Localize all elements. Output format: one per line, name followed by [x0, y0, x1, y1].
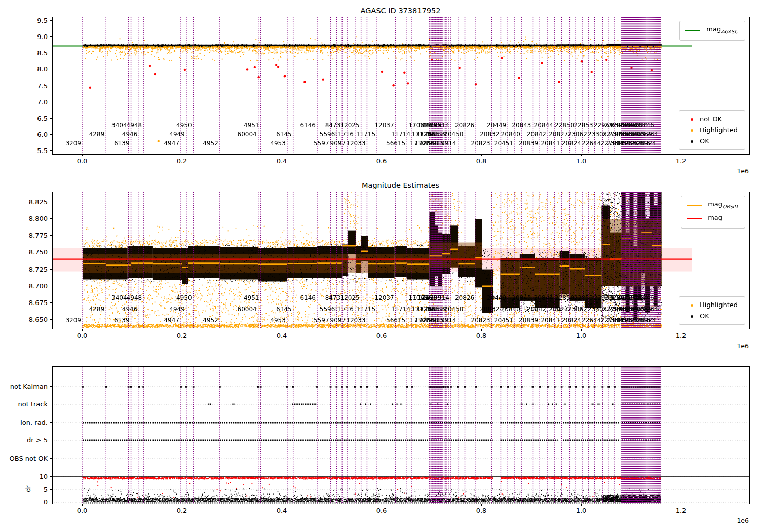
x-tickmark [581, 329, 582, 331]
x-tickmark [82, 329, 83, 331]
legend-entry-mag-agasc: magAGASC [685, 24, 740, 37]
y-tickmark [50, 302, 52, 303]
obsid-label: 11714 [391, 131, 410, 138]
obsid-label: 29234 [638, 131, 658, 138]
obsid-label: 20839 [519, 140, 538, 147]
obsid-label: 20449 [487, 294, 506, 301]
obsid-label: 56615 [386, 140, 405, 147]
highlighted-dot-swatch [691, 304, 693, 307]
x-tickmark [681, 154, 681, 156]
point-status-legend-2: Highlighted OK [679, 296, 745, 325]
x-tickmark [282, 329, 282, 331]
obsid-label: 19914 [437, 317, 457, 324]
obsid-label: 8473 [325, 294, 341, 301]
obsid-label: 5597 [314, 140, 329, 147]
obsid-label: 6139 [114, 140, 130, 147]
legend-entry-ok: OK [685, 136, 740, 147]
x-tickmark [581, 154, 582, 156]
y-tickmark [50, 36, 52, 37]
y-tickmark [50, 319, 52, 320]
obsid-label: 4953 [270, 317, 286, 324]
obsid-label: 20843 [512, 122, 531, 129]
obsid-label: 5596 [320, 306, 335, 313]
obsid-label: 4947 [164, 317, 179, 324]
obsid-label: 4289 [89, 306, 105, 313]
obsid-label: 6145 [276, 131, 292, 138]
obsid-label: 9097 [330, 140, 346, 147]
legend-label: OK [700, 136, 711, 147]
obsid-label: 22853 [574, 294, 593, 301]
obsid-label: 20844 [534, 294, 553, 301]
y-tickmark [50, 386, 52, 387]
y-tick-label: 8.750 [29, 248, 48, 256]
y-tickmark [50, 218, 52, 219]
obsid-label: 20842 [527, 131, 546, 138]
x-tick-label: 1.2 [676, 507, 687, 514]
obsid-label: 6146 [300, 294, 316, 301]
dr-tick-label: 5 [44, 486, 48, 493]
x-tickmark [681, 329, 681, 331]
y-tick-label: 7.0 [37, 98, 48, 105]
flag-row-label: not track [18, 400, 48, 408]
y-tickmark [50, 134, 52, 135]
obsid-label: 28924 [637, 140, 656, 147]
legend-entry-highlighted: Highlighted [685, 299, 740, 311]
obsid-label: 4948 [127, 294, 142, 301]
x-tick-label: 0.6 [376, 332, 387, 339]
x-tickmark [182, 504, 182, 506]
obsid-label: 12025 [340, 122, 359, 129]
flag-row-label: not Kalman [10, 383, 48, 390]
obsid-label: 20826 [455, 122, 474, 129]
ok-dot-swatch [691, 315, 693, 318]
y-tick-label: 9.0 [37, 33, 48, 41]
obsid-label: 20824 [562, 140, 581, 147]
obsid-label: 4948 [127, 122, 142, 129]
obsid-label: 20839 [519, 317, 538, 324]
obsid-label: 5596 [320, 131, 335, 138]
y-tickmark [50, 69, 52, 69]
obsid-label: 20832 [480, 306, 499, 313]
x-tick-label: 0.0 [77, 157, 88, 165]
obsid-label: 20451 [494, 140, 513, 147]
x-tick-label: 1.2 [676, 332, 687, 339]
y-tick-label: 8.800 [29, 215, 48, 222]
x-tick-label: 0.8 [476, 507, 487, 514]
plot-title-magnitude-estimates: Magnitude Estimates [52, 181, 749, 189]
obsid-label: 4951 [244, 122, 259, 129]
x-tick-label: 0.4 [277, 157, 287, 165]
obsid-label: 11716 [334, 306, 354, 313]
obsid-label: 11715 [356, 306, 375, 313]
x-tick-label: 0.2 [177, 507, 187, 514]
flag-row-label: OBS not OK [10, 454, 48, 462]
dr-tick-label: 10 [39, 473, 48, 480]
mag-lines-legend: magOBSID mag [681, 196, 745, 229]
legend-label: Highlighted [700, 299, 740, 311]
obsid-label: 20826 [455, 294, 474, 301]
obsid-label: 22853 [574, 122, 593, 129]
obsid-label: 12037 [374, 122, 394, 129]
x-tickmark [82, 504, 83, 506]
x-tickmark [481, 329, 482, 331]
obsid-label: 12033 [346, 140, 365, 147]
obsid-label: 3209 [65, 317, 81, 324]
x-tickmark [581, 504, 582, 506]
obsid-label: 20841 [541, 140, 560, 147]
y-tick-label: 8.675 [29, 298, 48, 306]
y-tick-label: 8.5 [37, 49, 48, 57]
obsid-label: 20827 [549, 131, 568, 138]
obsid-label: 12033 [346, 317, 365, 324]
x-tick-label: 1.0 [576, 157, 587, 165]
obsid-label: 20450 [444, 131, 463, 138]
obsid-label: 23062 [568, 131, 587, 138]
obsid-label: 20843 [512, 294, 531, 301]
legend-entry-mag-obsid: magOBSID [687, 199, 740, 212]
obsid-label: 29234 [638, 306, 658, 313]
x-tickmark [182, 154, 182, 156]
obsid-label: 28924 [637, 317, 656, 324]
obsid-label: 6146 [300, 122, 316, 129]
obsid-label: 20823 [471, 317, 490, 324]
obsid-label: 20824 [562, 317, 581, 324]
obsid-label: 20840 [501, 306, 520, 313]
obsid-label: 4949 [169, 306, 185, 313]
mag-line-swatch [687, 218, 702, 219]
